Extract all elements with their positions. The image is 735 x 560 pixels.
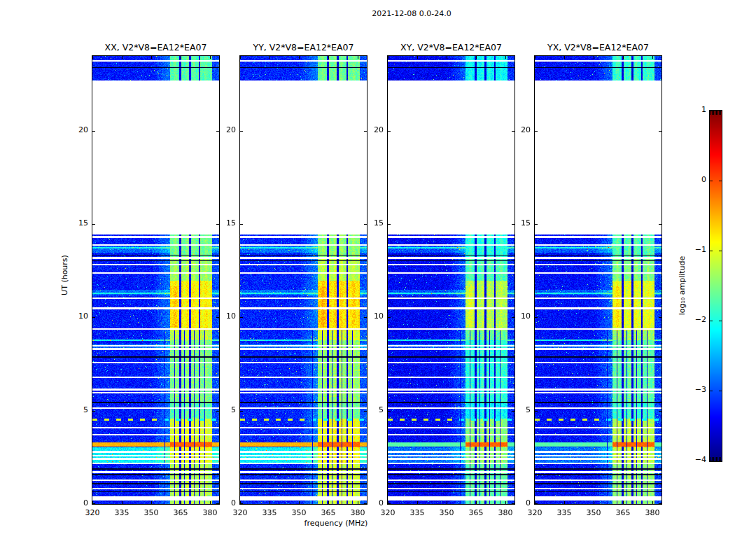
x-tick-label: 320 [374, 508, 402, 518]
x-tick-label: 335 [108, 508, 136, 518]
colorbar-tick-label: −1 [684, 245, 706, 255]
x-axis-label: frequency (MHz) [266, 519, 406, 528]
spectrogram-panel-xy [387, 55, 515, 505]
x-tick-label: 380 [491, 508, 519, 518]
panel-title-xy: XY, V2*V8=EA12*EA07 [387, 42, 515, 52]
x-tick-label: 365 [609, 508, 637, 518]
x-tick-label: 320 [78, 508, 106, 518]
y-tick-label: 10 [66, 312, 88, 321]
x-tick-label: 365 [314, 508, 342, 518]
y-tick-label: 20 [66, 125, 88, 135]
spectrogram-panel-yx [534, 55, 662, 505]
y-tick-label: 0 [508, 498, 531, 508]
x-tick-label: 350 [285, 508, 313, 518]
figure-title: 2021-12-08 0.0-24.0 [272, 9, 552, 18]
x-tick-label: 350 [137, 508, 165, 518]
y-tick-label: 15 [214, 218, 236, 228]
x-tick-label: 350 [433, 508, 461, 518]
y-tick-label: 5 [214, 405, 236, 415]
y-tick-label: 15 [361, 218, 384, 228]
x-tick-label: 320 [226, 508, 254, 518]
x-tick-label: 350 [580, 508, 608, 518]
y-tick-label: 10 [361, 312, 384, 321]
x-tick-label: 365 [167, 508, 195, 518]
x-tick-label: 335 [550, 508, 578, 518]
panel-title-xx: XX, V2*V8=EA12*EA07 [92, 42, 220, 52]
y-tick-label: 15 [66, 218, 88, 228]
x-tick-label: 380 [638, 508, 666, 518]
panel-title-yy: YY, V2*V8=EA12*EA07 [239, 42, 368, 52]
y-tick-label: 10 [214, 312, 236, 321]
y-tick-label: 20 [508, 125, 531, 135]
colorbar-tick-label: −2 [684, 315, 706, 325]
y-tick-label: 5 [361, 405, 384, 415]
y-tick-label: 0 [214, 498, 236, 508]
colorbar-tick-label: −4 [684, 455, 706, 465]
x-tick-label: 365 [462, 508, 490, 518]
y-tick-label: 20 [361, 125, 384, 135]
colorbar-tick-label: −3 [684, 385, 706, 395]
spectrogram-panel-xx [92, 55, 220, 505]
x-tick-label: 335 [403, 508, 431, 518]
colorbar-tick-label: 0 [684, 175, 706, 185]
y-tick-label: 10 [508, 312, 531, 321]
figure: 2021-12-08 0.0-24.0 XX, V2*V8=EA12*EA07 … [0, 0, 735, 560]
y-tick-label: 15 [508, 218, 531, 228]
y-axis-label: UT (hours) [60, 226, 71, 324]
x-tick-label: 380 [196, 508, 224, 518]
y-tick-label: 5 [508, 405, 531, 415]
colorbar-tick-label: 1 [684, 105, 706, 115]
x-tick-label: 335 [255, 508, 284, 518]
y-tick-label: 5 [66, 405, 88, 415]
x-tick-label: 320 [521, 508, 549, 518]
y-tick-label: 0 [361, 498, 384, 508]
spectrogram-panel-yy [239, 55, 368, 505]
colorbar [709, 110, 722, 462]
y-tick-label: 20 [214, 125, 236, 135]
x-tick-label: 380 [344, 508, 372, 518]
y-tick-label: 0 [66, 498, 88, 508]
panel-title-yx: YX, V2*V8=EA12*EA07 [534, 42, 662, 52]
